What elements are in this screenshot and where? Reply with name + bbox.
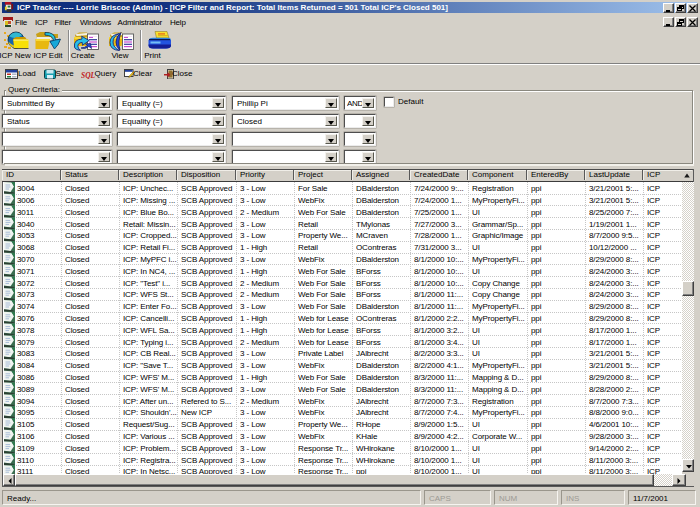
svg-text:SQL: SQL bbox=[81, 70, 95, 79]
